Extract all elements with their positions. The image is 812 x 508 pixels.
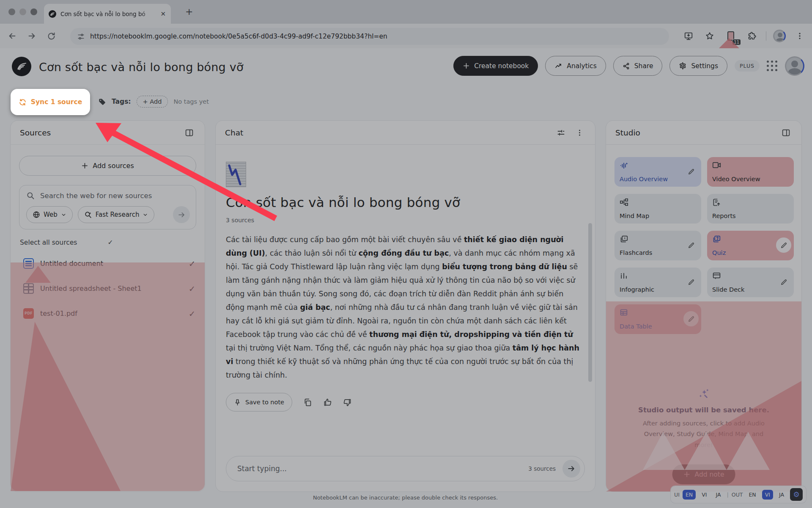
ui-group-label: UI <box>674 491 680 498</box>
out-lang-vi[interactable]: VI <box>762 490 773 500</box>
add-sources-button[interactable]: Add sources <box>19 156 196 176</box>
source-row-pdf[interactable]: PDF test-01.pdf ✓ <box>11 302 205 325</box>
share-button[interactable]: Share <box>613 56 663 76</box>
select-all-sources-row[interactable]: Select all sources ✓ <box>20 239 195 246</box>
forward-icon[interactable] <box>25 29 39 43</box>
account-avatar[interactable] <box>785 56 804 76</box>
browser-tab-strip: Cơn sốt bạc và nỗi lo bong bó ✕ + <box>0 0 812 24</box>
chat-input[interactable] <box>237 464 521 473</box>
analytics-trend-icon <box>554 62 562 70</box>
studio-tile-quiz[interactable]: Quiz <box>707 231 794 260</box>
browser-profile-avatar[interactable] <box>773 30 786 42</box>
edit-pencil-icon[interactable] <box>683 274 699 290</box>
studio-tile-infographic[interactable]: Infographic <box>614 268 701 297</box>
translator-settings-gear-icon[interactable]: ⚙ <box>790 488 803 501</box>
out-lang-ja[interactable]: JA <box>776 490 787 500</box>
source-checkbox[interactable]: ✓ <box>189 259 195 268</box>
ui-lang-en[interactable]: EN <box>683 490 696 500</box>
edit-pencil-icon[interactable] <box>683 311 699 326</box>
tag-icon <box>98 98 106 106</box>
collapse-panel-icon[interactable] <box>779 126 792 139</box>
save-to-note-button[interactable]: Save to note <box>226 393 292 411</box>
chat-input-bar: 3 sources <box>226 456 585 481</box>
add-tag-button[interactable]: + Add <box>137 96 168 108</box>
studio-tile-reports[interactable]: Reports <box>707 194 794 224</box>
mind-map-icon <box>620 198 696 206</box>
chevron-down-icon <box>143 212 148 218</box>
translator-language-bar: UI EN VI JA | OUT EN VI JA ⚙ <box>671 486 806 503</box>
browser-tab[interactable]: Cơn sốt bạc và nỗi lo bong bó ✕ <box>44 4 171 24</box>
google-doc-icon <box>23 258 34 269</box>
tab-close-icon[interactable]: ✕ <box>159 10 167 18</box>
sync-source-button[interactable]: Sync 1 source <box>11 89 90 115</box>
analytics-button[interactable]: Analytics <box>545 56 606 76</box>
chat-input-sources-count: 3 sources <box>528 465 556 472</box>
ui-lang-ja[interactable]: JA <box>713 490 724 500</box>
back-icon[interactable] <box>5 29 19 43</box>
window-minimize-button[interactable] <box>19 8 26 15</box>
source-row-untitled-document[interactable]: Untitled document ✓ <box>11 252 205 275</box>
studio-tile-flashcards[interactable]: Flashcards <box>614 231 701 260</box>
studio-tile-slide-deck[interactable]: Slide Deck <box>707 268 794 297</box>
send-message-icon[interactable] <box>562 460 580 478</box>
add-note-button[interactable]: Add note <box>672 464 735 484</box>
tags-label: Tags: <box>112 98 131 105</box>
studio-tile-mind-map[interactable]: Mind Map <box>614 194 701 224</box>
screen: Cơn sốt bạc và nỗi lo bong bó ✕ + https:… <box>0 0 812 508</box>
install-app-icon[interactable] <box>681 29 696 43</box>
new-tab-button[interactable]: + <box>185 8 193 16</box>
video-camera-icon <box>712 161 789 169</box>
chat-settings-sliders-icon[interactable] <box>554 126 567 139</box>
google-apps-grid-icon[interactable] <box>767 61 778 72</box>
chat-more-menu-icon[interactable] <box>573 126 586 139</box>
studio-empty-title: Studio output will be saved here. <box>606 406 801 414</box>
web-filter-dropdown[interactable]: Web <box>26 206 73 223</box>
search-web-input[interactable] <box>40 192 190 200</box>
url-bar[interactable]: https://notebooklm.google.com/notebook/0… <box>70 28 669 45</box>
source-checkbox[interactable]: ✓ <box>189 309 195 318</box>
extensions-puzzle-icon[interactable] <box>745 29 759 43</box>
out-lang-en[interactable]: EN <box>746 490 759 500</box>
thumbs-down-icon[interactable] <box>343 398 352 407</box>
window-zoom-button[interactable] <box>30 8 37 15</box>
studio-empty-body: After adding sources, click to add Audio… <box>634 418 774 450</box>
studio-tile-audio-overview[interactable]: Audio Overview <box>614 157 701 187</box>
window-close-button[interactable] <box>8 8 15 15</box>
extension-badge: 11 <box>732 39 741 45</box>
plus-badge: PLUS <box>735 60 760 72</box>
studio-panel-title: Studio <box>615 128 779 137</box>
extension-pinned-icon[interactable]: 11 <box>724 29 738 43</box>
chat-panel-title: Chat <box>225 128 554 137</box>
bookmark-star-icon[interactable] <box>702 29 717 43</box>
magic-pen-icon <box>606 387 801 400</box>
thumbs-up-icon[interactable] <box>323 398 332 407</box>
browser-menu-icon[interactable] <box>793 29 807 43</box>
notebook-title[interactable]: Cơn sốt bạc và nỗi lo bong bóng vỡ <box>39 61 244 74</box>
studio-tile-data-table[interactable]: Data Table <box>614 304 701 334</box>
reload-icon[interactable] <box>44 29 58 43</box>
create-notebook-button[interactable]: Create notebook <box>453 56 538 76</box>
share-icon <box>623 62 630 70</box>
edit-pencil-icon[interactable] <box>683 237 699 253</box>
research-mode-dropdown[interactable]: Fast Research <box>78 206 155 223</box>
studio-tile-video-overview[interactable]: Video Overview <box>707 157 794 187</box>
sources-panel: Sources Add sources Web <box>10 120 205 492</box>
select-all-checkbox[interactable]: ✓ <box>108 239 196 246</box>
edit-pencil-icon[interactable] <box>683 164 699 179</box>
collapse-panel-icon[interactable] <box>183 126 195 139</box>
submit-search-icon[interactable] <box>173 206 190 223</box>
settings-button[interactable]: Settings <box>669 56 727 76</box>
site-info-icon[interactable] <box>77 33 85 41</box>
sparkle-search-icon <box>84 211 92 219</box>
edit-pencil-icon[interactable] <box>776 237 791 253</box>
copy-icon[interactable] <box>303 398 312 407</box>
ui-lang-vi[interactable]: VI <box>699 490 710 500</box>
edit-pencil-icon[interactable] <box>776 274 791 290</box>
chevron-down-icon <box>61 212 66 218</box>
source-row-untitled-spreadsheet[interactable]: Untitled spreadsheet - Sheet1 ✓ <box>11 277 205 300</box>
source-checkbox[interactable]: ✓ <box>189 284 195 293</box>
chat-scrollbar[interactable] <box>588 223 592 382</box>
notebooklm-logo-icon[interactable] <box>12 57 31 76</box>
no-tags-text: No tags yet <box>173 98 208 105</box>
note-summary-paragraph: Các tài liệu được cung cấp bao gồm một b… <box>226 233 579 382</box>
